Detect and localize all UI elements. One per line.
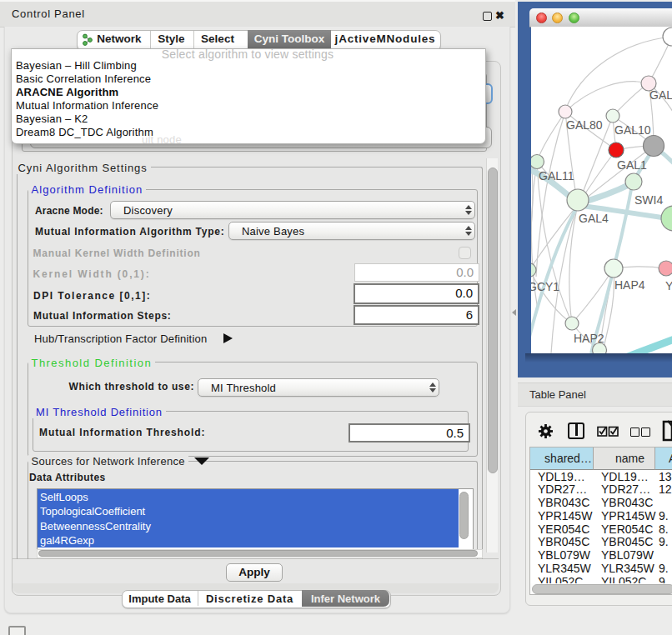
svg-text:Y: Y bbox=[665, 279, 672, 292]
svg-text:HAP4: HAP4 bbox=[614, 278, 645, 292]
svg-text:GAL80: GAL80 bbox=[566, 118, 603, 132]
svg-text:GAL11: GAL11 bbox=[539, 169, 574, 182]
svg-text:GAL4: GAL4 bbox=[579, 212, 609, 225]
svg-text:GAL: GAL bbox=[649, 88, 672, 102]
svg-text:GAL10: GAL10 bbox=[614, 123, 651, 137]
svg-text:SWI4: SWI4 bbox=[634, 193, 663, 207]
svg-text:HAP2: HAP2 bbox=[574, 332, 604, 345]
svg-text:GAL1: GAL1 bbox=[617, 158, 647, 172]
svg-text:GCY1: GCY1 bbox=[531, 280, 559, 293]
